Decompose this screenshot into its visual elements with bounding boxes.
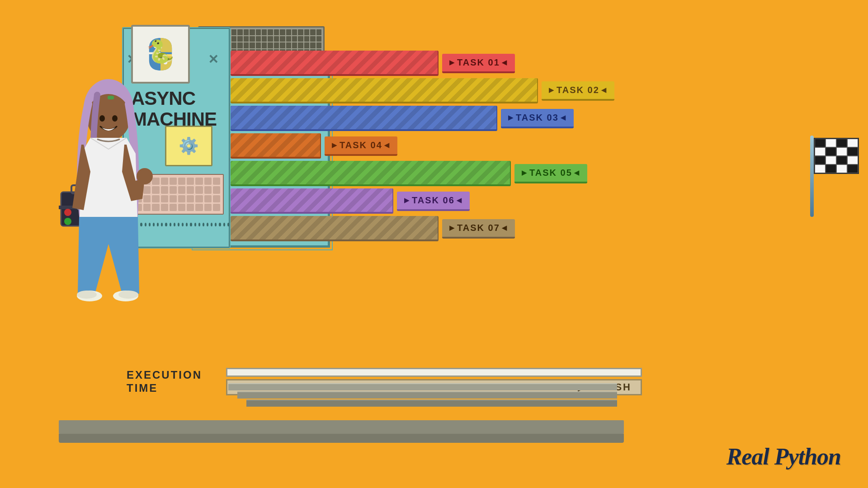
person-illustration (59, 63, 158, 318)
task-row-04: TASK 04 (231, 133, 614, 159)
flag-body (814, 138, 859, 174)
real-python-branding: Real Python (726, 443, 841, 470)
person-svg (59, 63, 158, 316)
svg-point-6 (112, 115, 118, 122)
task-bar-07 (231, 216, 439, 241)
task-bar-02 (231, 78, 538, 103)
task-label-02: TASK 02 (542, 81, 614, 101)
svg-point-7 (137, 168, 153, 184)
svg-text:🐍: 🐍 (146, 38, 175, 65)
svg-point-11 (118, 291, 138, 299)
task-row-07: TASK 07 (231, 216, 614, 241)
task-row-06: TASK 06 (231, 188, 614, 214)
exec-bar-white (226, 368, 642, 377)
task-bar-04 (231, 133, 321, 159)
execution-label-box: EXECUTION TIME (127, 369, 226, 395)
task-label-05: TASK 05 (514, 164, 587, 183)
flag-pole (810, 136, 814, 217)
task-label-04: TASK 04 (325, 136, 397, 156)
task-bar-06 (231, 188, 393, 214)
svg-rect-12 (108, 96, 114, 99)
task-bar-05 (231, 161, 511, 186)
svg-point-5 (99, 115, 105, 122)
task-row-03: TASK 03 (231, 106, 614, 131)
task-bars-container: TASK 01 TASK 02 TASK 03 TASK 04 TASK 05 … (231, 51, 614, 244)
task-label-06: TASK 06 (397, 192, 470, 211)
task-row-02: TASK 02 (231, 78, 614, 103)
ground (59, 420, 624, 434)
loading-box: ⚙️ (165, 126, 212, 166)
task-row-05: TASK 05 (231, 161, 614, 186)
task-label-07: TASK 07 (442, 219, 515, 239)
checkered-flag (810, 136, 814, 217)
task-label-01: TASK 01 (442, 54, 515, 73)
ground-shadow (59, 434, 624, 443)
execution-label: EXECUTION TIME (127, 369, 226, 395)
task-bar-03 (231, 106, 497, 131)
scene: 🐍 ✕ ✕ ASYNC MACHINE ⚙️ TASK 01 (0, 0, 868, 488)
task-row-01: TASK 01 (231, 51, 614, 76)
x-mark-right: ✕ (208, 52, 218, 67)
task-label-03: TASK 03 (501, 109, 574, 128)
platform-steps (228, 383, 617, 407)
task-bar-01 (231, 51, 439, 76)
svg-point-9 (77, 291, 97, 299)
